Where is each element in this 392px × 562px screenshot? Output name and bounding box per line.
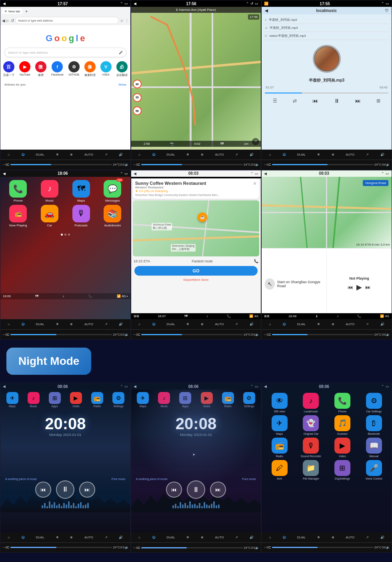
- eq-icon[interactable]: ⊞: [376, 98, 380, 104]
- auto-btn-n3[interactable]: AUTO: [346, 536, 354, 539]
- curve-btn-3[interactable]: ↗: [366, 153, 369, 156]
- night-app-apps-2[interactable]: ⊞ Apps: [179, 392, 191, 408]
- snow-btn-n1[interactable]: ❄: [56, 536, 59, 539]
- fan-btn-n1[interactable]: ⊕: [70, 536, 73, 539]
- back-arrow-music[interactable]: ◀: [265, 8, 268, 13]
- fan-btn-2[interactable]: ⊕: [201, 153, 204, 156]
- snow-btn-4[interactable]: ❄: [56, 322, 59, 326]
- carplay-app-music[interactable]: ♪ Music: [35, 180, 64, 202]
- heart-btn[interactable]: ♡: [385, 8, 388, 13]
- mic-icon[interactable]: 🎤: [119, 51, 123, 54]
- night-grid-localmusic[interactable]: ♪ Localmusic: [296, 393, 326, 413]
- home-btn-3[interactable]: ⌂: [269, 153, 271, 156]
- home-btn-n2[interactable]: ⌂: [138, 536, 140, 539]
- night-app-settings-2[interactable]: ⚙ Settings: [243, 392, 255, 408]
- snow-btn-2[interactable]: ❄: [186, 153, 189, 156]
- seat-btn-6[interactable]: ⊏: [268, 333, 271, 336]
- prev-btn-split[interactable]: ⏮: [348, 284, 353, 290]
- bookmark-icon[interactable]: ☆: [120, 18, 124, 23]
- power-btn-6[interactable]: ⏻: [282, 322, 286, 326]
- auto-btn-3[interactable]: AUTO: [346, 153, 354, 156]
- snow-btn-5[interactable]: ❄: [186, 322, 189, 326]
- quick-link-bing[interactable]: 必 必应翻译: [116, 61, 128, 77]
- night-grid-video[interactable]: ▶ Video: [328, 438, 357, 458]
- night-app-radio-2[interactable]: 📻 Radio: [222, 392, 234, 408]
- auto-btn-1[interactable]: AUTO: [84, 153, 93, 156]
- dual-btn-n3[interactable]: DUAL: [297, 536, 306, 539]
- seat-btn-4[interactable]: ⊏: [7, 333, 10, 336]
- night-app-settings-1[interactable]: ⚙ Settings: [112, 392, 124, 408]
- temp-progress-4[interactable]: [10, 334, 112, 335]
- close-card-btn[interactable]: ✕: [253, 181, 257, 186]
- play-btn-split[interactable]: ▶: [356, 283, 362, 292]
- night-grid-phone[interactable]: 📞 Phone: [328, 393, 357, 413]
- night-grid-voicecontrol[interactable]: 🎤 Voice Control: [359, 460, 388, 480]
- back-btn-3[interactable]: ←: [263, 163, 266, 166]
- dual-btn-n2[interactable]: DUAL: [166, 536, 175, 539]
- temp-progress-1[interactable]: [10, 164, 112, 165]
- vol-btn-4[interactable]: 🔊: [119, 322, 123, 326]
- prev-night-2[interactable]: ⏮: [166, 482, 182, 498]
- night-grid-soundrecorder[interactable]: 🎙 Sound Recorder: [296, 438, 326, 458]
- next-night-1[interactable]: ⏭: [79, 482, 95, 498]
- vol-btn-2[interactable]: 🔊: [250, 153, 254, 156]
- snow-btn-n2[interactable]: ❄: [186, 536, 189, 539]
- curve-btn-n2[interactable]: ↗: [235, 536, 238, 539]
- temp-progress-n2[interactable]: [141, 547, 243, 548]
- browser-tab[interactable]: ✕ New tab: [2, 9, 22, 14]
- carplay-app-phone[interactable]: 📞 Phone: [4, 180, 33, 202]
- nav-back-icon[interactable]: ◀: [2, 18, 5, 23]
- back-arrow-5[interactable]: ◀: [134, 172, 136, 176]
- back-btn-6[interactable]: ←: [263, 333, 266, 336]
- back-btn-n3[interactable]: ←: [263, 546, 266, 549]
- curve-btn-6[interactable]: ↗: [366, 322, 369, 326]
- night-grid-carsettings[interactable]: ⚙ Car Settings: [359, 393, 388, 413]
- night-app-music-1[interactable]: ♪ Music: [28, 392, 40, 408]
- night-grid-avin[interactable]: 🖊 Avin: [265, 460, 294, 480]
- vol-down-n2[interactable]: 🔉: [255, 546, 259, 550]
- vol-down-5[interactable]: 🔉: [255, 333, 259, 336]
- power-btn-n2[interactable]: ⏻: [152, 536, 155, 539]
- night-app-vedio-1[interactable]: ▶ Vedio: [70, 392, 82, 408]
- night-grid-originalcar[interactable]: 👻 Original Car: [296, 415, 326, 435]
- curve-btn-5[interactable]: ↗: [235, 322, 238, 326]
- seat-btn-n2[interactable]: ⊏: [138, 546, 140, 550]
- carplay-app-messages[interactable]: 💬 259 Messages: [98, 180, 127, 202]
- quick-link-weibo[interactable]: 微 微博: [35, 61, 46, 77]
- show-label[interactable]: Show: [118, 83, 126, 86]
- night-app-apps-1[interactable]: ⊞ Apps: [49, 392, 61, 408]
- fan-btn-1[interactable]: ⊕: [70, 153, 73, 156]
- more-icon[interactable]: ⋮: [125, 18, 129, 23]
- fan-btn-n3[interactable]: ⊕: [332, 536, 334, 539]
- night-grid-filemanager[interactable]: 📁 File Manager: [296, 460, 326, 480]
- vol-btn-5[interactable]: 🔊: [250, 322, 254, 326]
- night-app-vedio-2[interactable]: ▶ Vedio: [201, 392, 213, 408]
- home-btn-2[interactable]: ⌂: [138, 153, 140, 156]
- snow-btn-6[interactable]: ❄: [317, 322, 320, 326]
- curve-btn-n1[interactable]: ↗: [105, 536, 108, 539]
- go-button[interactable]: GO: [134, 266, 258, 276]
- vol-btn-1[interactable]: 🔊: [119, 153, 123, 156]
- list-icon[interactable]: ☰: [273, 98, 277, 104]
- auto-btn-4[interactable]: AUTO: [84, 322, 93, 326]
- vol-btn-n2[interactable]: 🔊: [250, 536, 254, 539]
- auto-btn-2[interactable]: AUTO: [215, 153, 224, 156]
- next-btn[interactable]: ⏭: [355, 98, 361, 104]
- quick-link-vsex[interactable]: V VSEX: [100, 61, 112, 77]
- night-app-maps-2[interactable]: ✈ Maps: [137, 392, 149, 408]
- fan-speed-3[interactable]: ⊙: [382, 163, 384, 166]
- fan-speed-n1[interactable]: ⊙: [120, 546, 123, 549]
- music-track-2[interactable]: ♫ 半壶纱_刘珂矣.mp3: [264, 24, 389, 32]
- carplay-app-car[interactable]: 🚗 Car: [35, 205, 64, 227]
- quick-link-pixelcook[interactable]: 像 像素料理: [84, 61, 96, 77]
- back-btn-n1[interactable]: ←: [2, 546, 5, 549]
- fan-btn-4[interactable]: ⊕: [70, 322, 73, 326]
- back-arrow-6[interactable]: ◀: [264, 172, 267, 176]
- pause-btn[interactable]: ⏸: [334, 98, 340, 104]
- vol-down-6[interactable]: 🔉: [386, 333, 390, 336]
- fan-speed-1[interactable]: ⊙: [120, 163, 123, 166]
- carplay-app-podcasts[interactable]: 🎙 Podcasts: [66, 205, 96, 227]
- vol-down-1[interactable]: 🔉: [125, 163, 129, 166]
- music-track-3[interactable]: □ video/半壶纱_刘珂矣.mp3: [264, 32, 389, 40]
- dual-btn-6[interactable]: DUAL: [297, 322, 306, 326]
